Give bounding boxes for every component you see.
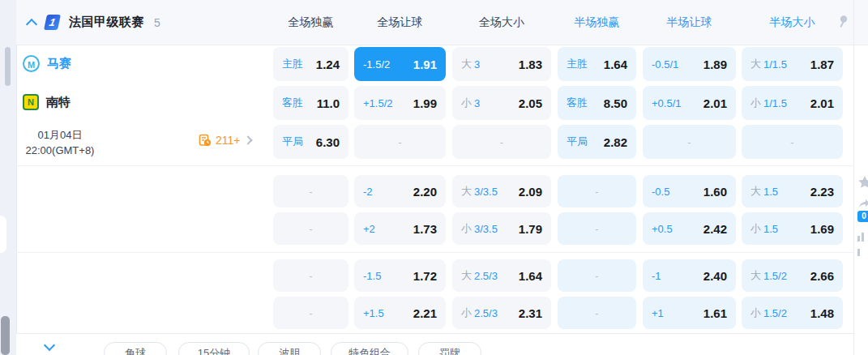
over-under-line: 1.5/2	[763, 307, 787, 319]
home-team-row[interactable]: M 马赛	[23, 55, 71, 72]
odds-cell[interactable]: -0.51.60	[643, 175, 736, 207]
over-under-line: 2.5/3	[474, 307, 498, 319]
odds-cell[interactable]: 主胜1.64	[558, 47, 636, 81]
odds-cell[interactable]: -	[273, 212, 348, 245]
odds-value: 1.91	[413, 58, 437, 71]
odds-cell[interactable]: 大1/1.51.87	[742, 47, 843, 81]
odds-row: 客胜11.0+1.5/21.99小32.05客胜8.50+0.5/12.01小1…	[273, 86, 843, 120]
odds-value: 1.69	[810, 222, 834, 236]
odds-cell[interactable]: -	[558, 259, 636, 292]
odds-row: 平局6.30--平局2.82--	[273, 125, 843, 159]
odds-cell[interactable]: 大1.52.23	[742, 175, 843, 207]
odds-cell[interactable]: -22.20	[354, 175, 446, 207]
pin-icon[interactable]	[836, 15, 849, 29]
odds-cell[interactable]: +0.52.42	[643, 212, 736, 245]
column-header-half-5[interactable]: 半场大小	[742, 0, 843, 45]
market-tab-3[interactable]: 特色组合	[331, 342, 408, 355]
odds-cell[interactable]: 大1.5/22.66	[742, 259, 843, 292]
empty-odds-dash: -	[282, 270, 340, 282]
column-header-full-2[interactable]: 全场大小	[452, 0, 551, 45]
market-tab-0[interactable]: 角球	[104, 342, 167, 355]
odds-cell[interactable]: 小1/1.52.01	[742, 86, 843, 120]
odds-cell[interactable]: -	[643, 125, 736, 159]
odds-cell[interactable]: -	[452, 125, 551, 159]
odds-value: 2.05	[519, 96, 542, 110]
odds-cell[interactable]: -12.40	[643, 259, 736, 292]
odds-cell[interactable]: -	[742, 125, 843, 159]
odds-value: 2.66	[810, 269, 834, 283]
collapse-chevron-up-icon[interactable]	[26, 18, 37, 29]
odds-value: 2.42	[703, 222, 727, 236]
over-under-prefix: 大	[461, 184, 472, 199]
market-tab-2[interactable]: 波胆	[258, 342, 321, 355]
share-icon[interactable]	[857, 198, 868, 209]
column-header-full-0[interactable]: 全场独赢	[273, 0, 348, 45]
odds-value: 2.09	[519, 185, 542, 199]
odds-cell[interactable]: 小3/3.51.79	[452, 212, 551, 245]
odds-cell[interactable]: +21.73	[354, 212, 446, 245]
empty-odds-dash: -	[567, 270, 627, 282]
column-header-full-1[interactable]: 全场让球	[354, 0, 446, 45]
scrollbar-thumb[interactable]	[5, 47, 11, 86]
scrollbar-thumb-dark[interactable]	[1, 316, 10, 355]
odds-cell[interactable]: +11.61	[643, 297, 736, 329]
empty-odds-dash: -	[282, 307, 340, 319]
market-tab-4[interactable]: 罚牌	[418, 342, 481, 355]
odds-cell[interactable]: 平局6.30	[273, 125, 348, 159]
column-header-half-4[interactable]: 半场让球	[643, 0, 736, 45]
outcome-label: 主胜	[282, 57, 303, 71]
odds-cell[interactable]: -	[354, 125, 446, 159]
odds-cell[interactable]: -1.5/21.91	[354, 47, 446, 81]
odds-cell[interactable]: -	[273, 297, 348, 329]
column-header-half-3[interactable]: 半场独赢	[558, 0, 636, 45]
away-team-name: 南特	[46, 95, 71, 110]
odds-cell[interactable]: 小1.5/21.48	[742, 297, 843, 329]
odds-cell[interactable]: 客胜8.50	[558, 86, 636, 120]
over-under-prefix: 小	[750, 96, 761, 110]
stats-bars-icon[interactable]	[857, 227, 868, 256]
outcome-label: 平局	[567, 135, 588, 149]
odds-cell[interactable]: -	[273, 175, 348, 207]
odds-cell[interactable]: 大2.5/31.64	[452, 259, 551, 292]
odds-value: 1.73	[413, 222, 437, 236]
odds-cell[interactable]: -1.51.72	[354, 259, 446, 292]
odds-value: 1.61	[703, 306, 727, 320]
over-under-line: 1/1.5	[763, 97, 787, 109]
odds-cell[interactable]: 大3/3.52.09	[452, 175, 551, 207]
odds-cell[interactable]: -0.5/11.89	[643, 47, 736, 81]
odds-cell[interactable]: -	[273, 259, 348, 292]
odds-cell[interactable]: 主胜1.24	[273, 47, 348, 81]
odds-cell[interactable]: +1.52.21	[354, 297, 446, 329]
over-under-prefix: 大	[461, 268, 472, 283]
more-markets-link[interactable]: 211+	[199, 134, 251, 147]
collapse-chevron-down-icon[interactable]	[44, 340, 55, 351]
odds-cell[interactable]: +0.5/12.01	[643, 86, 736, 120]
odds-cell[interactable]: -	[558, 212, 636, 245]
odds-value: 1.83	[519, 58, 542, 71]
chevron-right-icon	[243, 135, 252, 144]
odds-cell[interactable]: 客胜11.0	[273, 86, 348, 120]
odds-value: 8.50	[604, 96, 627, 110]
markets-list-icon	[199, 134, 212, 147]
over-under-prefix: 大	[750, 268, 761, 283]
odds-cell[interactable]: -	[558, 175, 636, 207]
outcome-label: 平局	[282, 135, 303, 149]
odds-cell[interactable]: 小1.51.69	[742, 212, 843, 245]
odds-cell[interactable]: 小2.5/32.31	[452, 297, 551, 329]
odds-cell[interactable]: 大31.83	[452, 47, 551, 81]
odds-cell[interactable]: -	[558, 297, 636, 329]
handicap-line: -0.5	[652, 186, 669, 198]
counter-badge[interactable]: 0	[857, 211, 868, 222]
away-team-row[interactable]: N 南特	[23, 94, 71, 110]
odds-value: 1.64	[604, 58, 627, 71]
odds-cell[interactable]: 小32.05	[452, 86, 551, 120]
star-icon[interactable]	[857, 175, 868, 189]
handicap-line: -1.5	[363, 270, 381, 282]
market-tab-1[interactable]: 15分钟	[178, 342, 250, 355]
handicap-line: -1.5/2	[363, 58, 390, 71]
empty-odds-dash: -	[567, 186, 627, 198]
ligue1-logo-icon: 1	[44, 15, 61, 30]
handicap-line: +1.5	[363, 307, 384, 319]
odds-cell[interactable]: 平局2.82	[558, 125, 636, 159]
odds-cell[interactable]: +1.5/21.99	[354, 86, 446, 120]
